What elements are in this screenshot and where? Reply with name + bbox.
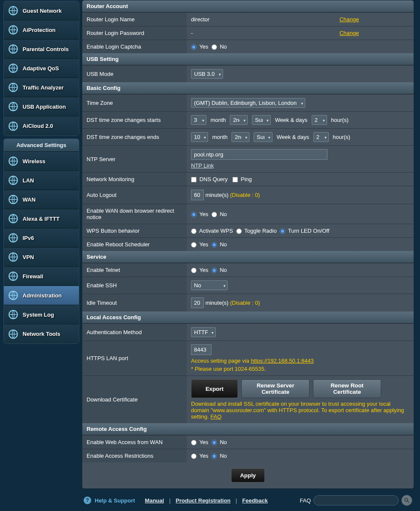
svg-point-17 xyxy=(405,499,408,502)
sidebar-item-lan[interactable]: LAN xyxy=(4,171,79,190)
section-router-account: Router Account xyxy=(82,0,414,12)
sidebar-item-label: Firewall xyxy=(23,273,43,280)
dst-start-week[interactable]: 2nd xyxy=(230,115,248,125)
sidebar-item-administration[interactable]: Administration xyxy=(4,286,79,305)
feedback-link[interactable]: Feedback xyxy=(242,497,268,504)
idle-input[interactable] xyxy=(191,297,204,308)
sidebar-item-network-tools[interactable]: Network Tools xyxy=(4,324,79,344)
help-support-label: Help & Support xyxy=(95,497,135,504)
copyright: 2024 ASUSTeK Computer Inc. All rights re… xyxy=(0,506,420,511)
wan-access-label: Enable Web Access from WAN xyxy=(82,436,187,449)
svg-line-18 xyxy=(408,501,409,503)
sidebar-item-traffic-analyzer[interactable]: Traffic Analyzer xyxy=(4,78,79,97)
port-input[interactable] xyxy=(191,344,211,355)
renew-server-cert-button[interactable]: Renew Server Certificate xyxy=(241,379,310,398)
telnet-no[interactable]: No xyxy=(211,267,227,273)
manual-link[interactable]: Manual xyxy=(145,497,164,504)
restrict-yes[interactable]: Yes xyxy=(191,453,209,459)
export-button[interactable]: Export xyxy=(191,379,238,398)
sidebar-item-adaptive-qos[interactable]: Adaptive QoS xyxy=(4,59,79,78)
sidebar-item-wireless[interactable]: Wireless xyxy=(4,152,79,171)
sidebar-icon xyxy=(7,328,19,340)
sidebar-icon xyxy=(7,81,19,93)
change-password-link[interactable]: Change xyxy=(339,30,359,36)
faq-search-button[interactable] xyxy=(401,495,412,506)
sidebar-item-ipv6[interactable]: IPv6 xyxy=(4,228,79,248)
port-note: * Please use port 1024-65535. xyxy=(191,366,409,372)
sidebar-item-system-log[interactable]: System Log xyxy=(4,305,79,324)
sidebar-icon xyxy=(7,251,19,263)
change-login-name-link[interactable]: Change xyxy=(339,16,359,23)
sidebar-item-usb-application[interactable]: USB Application xyxy=(4,97,79,116)
sidebar-item-parental-controls[interactable]: Parental Controls xyxy=(4,40,79,59)
wps-activate[interactable]: Activate WPS xyxy=(191,228,233,234)
tz-select[interactable]: (GMT) Dublin, Edinburgh, Lisbon, London xyxy=(191,98,305,108)
sidebar-item-guest-network[interactable]: Guest Network xyxy=(4,1,79,20)
ssh-label: Enable SSH xyxy=(82,277,187,294)
ntp-input[interactable] xyxy=(191,149,327,160)
wan-access-no[interactable]: No xyxy=(211,439,227,445)
sidebar-icon xyxy=(7,120,19,132)
access-url-link[interactable]: https://192.168.50.1:8443 xyxy=(251,358,313,364)
telnet-label: Enable Telnet xyxy=(82,263,187,277)
dst-end-day[interactable]: Sun xyxy=(254,132,272,142)
section-basic: Basic Config xyxy=(82,82,414,94)
section-local: Local Access Config xyxy=(82,312,414,323)
autologout-input[interactable] xyxy=(191,190,204,200)
wps-toggle[interactable]: Toggle Radio xyxy=(236,228,277,234)
restrict-no[interactable]: No xyxy=(211,453,227,459)
sidebar-icon xyxy=(7,309,19,320)
usb-mode-label: USB Mode xyxy=(82,66,187,83)
sidebar-icon xyxy=(7,270,19,282)
wan-access-yes[interactable]: Yes xyxy=(191,439,209,445)
help-icon: ? xyxy=(84,497,91,504)
dst-start-month[interactable]: 3 xyxy=(191,115,206,125)
wan-redir-no[interactable]: No xyxy=(211,211,227,217)
tz-label: Time Zone xyxy=(82,95,187,112)
dst-start-day[interactable]: Sun xyxy=(252,115,271,125)
idle-label: Idle Timeout xyxy=(82,294,187,312)
reboot-no[interactable]: No xyxy=(211,241,227,248)
renew-root-cert-button[interactable]: Renew Root Certificate xyxy=(313,379,381,398)
ping-check[interactable]: Ping xyxy=(232,176,252,182)
sidebar-icon xyxy=(7,289,19,301)
usb-mode-select[interactable]: USB 3.0 xyxy=(191,69,223,79)
faq-search-input[interactable] xyxy=(313,495,399,505)
reboot-yes[interactable]: Yes xyxy=(191,241,209,248)
sidebar-item-aicloud-2-0[interactable]: AiCloud 2.0 xyxy=(4,116,79,136)
idle-hint: (Disable : 0) xyxy=(230,300,260,306)
autologout-label: Auto Logout xyxy=(82,186,187,204)
product-registration-link[interactable]: Product Registration xyxy=(176,497,231,504)
reboot-label: Enable Reboot Scheduler xyxy=(82,238,187,251)
apply-button[interactable]: Apply xyxy=(231,468,265,482)
dst-start-label: DST time zone changes starts xyxy=(82,112,187,129)
sidebar-item-label: WAN xyxy=(23,196,35,203)
dst-end-week[interactable]: 2nd xyxy=(232,132,249,142)
ntp-label: NTP Server xyxy=(82,146,187,173)
sidebar-icon xyxy=(7,101,19,113)
telnet-yes[interactable]: Yes xyxy=(191,267,209,273)
captcha-yes[interactable]: Yes xyxy=(191,43,209,50)
dst-start-hour[interactable]: 2 xyxy=(312,115,327,125)
sidebar-icon xyxy=(7,213,19,225)
dns-query-check[interactable]: DNS Query xyxy=(191,176,228,182)
ssh-select[interactable]: No xyxy=(191,280,228,290)
ntp-link[interactable]: NTP Link xyxy=(191,162,214,169)
sidebar-item-vpn[interactable]: VPN xyxy=(4,248,79,267)
sidebar-item-firewall[interactable]: Firewall xyxy=(4,267,79,286)
wps-led[interactable]: Turn LED On/Off xyxy=(280,228,329,234)
dst-end-month[interactable]: 10 xyxy=(191,132,208,142)
autologout-hint: (Disable : 0) xyxy=(230,192,260,198)
auth-label: Authentication Method xyxy=(82,324,187,341)
faq-label: FAQ xyxy=(300,497,311,504)
dst-end-hour[interactable]: 2 xyxy=(313,132,329,142)
cert-faq-link[interactable]: FAQ xyxy=(211,413,222,420)
sidebar-icon xyxy=(7,155,19,167)
captcha-no[interactable]: No xyxy=(211,43,227,50)
sidebar-item-aiprotection[interactable]: AiProtection xyxy=(4,20,79,40)
sidebar-item-label: AiCloud 2.0 xyxy=(23,123,53,129)
wan-redir-yes[interactable]: Yes xyxy=(191,211,209,217)
sidebar-item-alexa-ifttt[interactable]: Alexa & IFTTT xyxy=(4,209,79,228)
sidebar-item-wan[interactable]: WAN xyxy=(4,190,79,209)
auth-select[interactable]: HTTPS xyxy=(191,327,216,337)
